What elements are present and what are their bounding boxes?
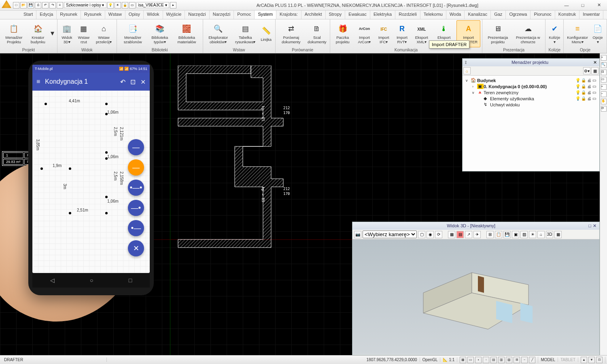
pm-close-icon[interactable]: ✕: [593, 60, 597, 65]
qat-new-icon[interactable]: □: [13, 2, 19, 8]
tab-rysunek2[interactable]: Rysunek: [81, 11, 105, 19]
phone-focus-icon[interactable]: ⊡: [130, 78, 136, 86]
phone-fab-close[interactable]: ✕: [128, 240, 144, 256]
sb-scale[interactable]: 📐 1:1: [440, 358, 457, 362]
btn-scal-dokumenty[interactable]: 🗎Scal dokumenty: [306, 20, 328, 47]
tab-system[interactable]: System: [255, 11, 276, 19]
tab-telekom[interactable]: Telekomu: [420, 11, 446, 19]
v3d-tb12[interactable]: ▨: [520, 231, 528, 238]
phone-bt-icon[interactable]: ⨯: [140, 78, 146, 86]
btn-import-arcon[interactable]: ArConImport ArCon▾: [354, 20, 375, 47]
close-button[interactable]: ✕: [591, 0, 607, 10]
btn-opcje[interactable]: 📄Opcje ▾: [590, 20, 605, 47]
btn-eksport-xml[interactable]: XMLEksport XML▾: [412, 20, 431, 47]
v3d-tb5[interactable]: ▤: [456, 231, 464, 238]
pm-filter-icon[interactable]: ⚙▾: [583, 67, 590, 74]
btn-konfigurator-menu[interactable]: ≡Konfigurator Menu▾: [565, 20, 590, 47]
btn-linijka[interactable]: 📏Linijka: [259, 20, 274, 47]
rt-plus-icon[interactable]: +: [601, 55, 607, 61]
qat-layer-combo[interactable]: isa_V9EA3CE ▾: [136, 2, 169, 8]
v3d-tb9[interactable]: 📋: [495, 231, 502, 238]
btn-biblioteka-materialow[interactable]: 🧱Biblioteka materiałów: [172, 20, 201, 47]
tab-edycja[interactable]: Edycja: [36, 11, 57, 19]
v3d-tb13[interactable]: ☀: [529, 231, 536, 238]
v3d-tb2[interactable]: ◉: [427, 231, 434, 238]
sb-mode[interactable]: MODEL: [538, 358, 558, 362]
btn-biblioteka-typow[interactable]: 📚Biblioteka typów▾: [148, 20, 172, 47]
tab-narzedzi2[interactable]: Narzędzi: [210, 11, 234, 19]
v3d-close-icon[interactable]: ✕: [591, 223, 598, 229]
qat-saveall-icon[interactable]: ⎙: [35, 2, 41, 8]
v3d-max-icon[interactable]: □: [588, 223, 591, 229]
tab-kanalizac[interactable]: Kanalizac: [465, 11, 491, 19]
phone-fab-3[interactable]: •—•: [128, 180, 144, 196]
qat-save-icon[interactable]: 💾: [28, 2, 34, 8]
qat-layers-icon[interactable]: ≡: [57, 2, 63, 8]
sb-t1[interactable]: ▦: [460, 357, 466, 363]
phone-undo-icon[interactable]: ↶: [120, 78, 125, 86]
btn-widok-3d[interactable]: 🏢Widok 3D▾: [59, 20, 75, 47]
tab-narzedzi1[interactable]: Narzędzi: [185, 11, 209, 19]
v3d-titlebar[interactable]: Widok 3D - [Nieaktywny]□✕: [352, 222, 599, 230]
tab-gaz[interactable]: Gaz: [491, 11, 506, 19]
btn-tabelka-rysunkowa[interactable]: ▤Tabelka rysunkowa▾: [233, 20, 258, 47]
pm-grid-icon[interactable]: ▦: [591, 67, 599, 74]
phone-fab-4[interactable]: —•: [128, 200, 144, 216]
rt-zoom-icon[interactable]: 🔍: [601, 62, 607, 68]
tab-pomoc[interactable]: Pomoc: [234, 11, 255, 19]
btn-kreator-budynku[interactable]: 🏠Kreator budynku: [27, 20, 49, 47]
qat-open-icon[interactable]: 📂: [20, 2, 27, 8]
rt-zoomin-icon[interactable]: +: [601, 84, 607, 90]
sb-t9[interactable]: −: [521, 357, 528, 363]
btn-import-rvt[interactable]: RImport RVT▾: [393, 20, 411, 47]
v3d-tb10[interactable]: 💾: [503, 231, 511, 238]
v3d-tb15[interactable]: 3D: [546, 231, 553, 238]
btn-menadzer-szablonow[interactable]: 📑Menadżer szablonów: [119, 20, 147, 47]
tab-ogrzewa[interactable]: Ogrzewa: [506, 11, 531, 19]
btn-kolizje[interactable]: ✔Kolizje ▾: [547, 20, 562, 47]
minimize-button[interactable]: —: [558, 0, 575, 10]
rt-zoomout-icon[interactable]: −: [601, 91, 607, 97]
sb-tablet[interactable]: TABLET: [558, 358, 578, 362]
phone-home-icon[interactable]: ○: [90, 277, 93, 284]
sb-t3[interactable]: ▪: [475, 357, 482, 363]
v3d-tb4[interactable]: ▦: [448, 231, 455, 238]
qat-more-icon[interactable]: ▸: [170, 2, 176, 8]
tab-opisy[interactable]: Opisy: [125, 11, 144, 19]
sb-t4[interactable]: ▫: [483, 357, 489, 363]
tree-teren[interactable]: v🔺Teren zewnętrzny💡 🔒 🖨 ▭: [466, 89, 596, 95]
tab-widok[interactable]: Widok: [144, 11, 163, 19]
phone-fab-5[interactable]: •—: [128, 220, 144, 236]
tab-woda[interactable]: Woda: [446, 11, 465, 19]
tab-rysunek1[interactable]: Rysunek: [57, 11, 81, 19]
qat-sun-icon[interactable]: ☀: [115, 2, 121, 8]
v3d-scene[interactable]: [352, 239, 599, 354]
v3d-camera-select[interactable]: <Wybierz kamerę>: [363, 231, 417, 238]
phone-fab-1[interactable]: —: [128, 139, 144, 155]
tree-elementy[interactable]: ◆Elementy użytkownika💡 🔒 🖨 ▭: [466, 95, 596, 102]
qat-undo-icon[interactable]: ↶: [42, 2, 49, 8]
sb-t10[interactable]: ╱: [529, 357, 535, 363]
tab-inwentar[interactable]: Inwentar: [579, 11, 603, 19]
v3d-tb14[interactable]: ⌂: [537, 231, 545, 238]
tab-start[interactable]: Start: [20, 11, 36, 19]
sb-t5[interactable]: ▤: [490, 357, 497, 363]
tree-kondygnacja[interactable]: ›▣0. Kondygnacja 0 (±0.00=0.00)💡 🔒 🖨 ▭: [466, 83, 596, 89]
sb-render[interactable]: OpenGL: [420, 358, 441, 362]
btn-porownaj-dokumenty[interactable]: ⇄Porównaj dokumenty: [277, 20, 305, 47]
phone-fab-2[interactable]: —: [128, 159, 144, 176]
sb-t2[interactable]: ▭: [467, 357, 474, 363]
btn-import-ifc[interactable]: IFCImport IFC▾: [375, 20, 392, 47]
tab-rozdziel[interactable]: Rozdzieli: [395, 11, 420, 19]
btn-wstaw-przekroj[interactable]: ⌂Wstaw przekrój▾: [93, 20, 115, 47]
v3d-tb11[interactable]: ▣: [512, 231, 519, 238]
btn-prezentacja-chmura[interactable]: ☁Prezentacja w chmurze: [512, 20, 543, 47]
qat-rect-icon[interactable]: ▭: [129, 2, 136, 8]
sb-e2[interactable]: ▼: [588, 357, 595, 363]
tab-wyjscie[interactable]: Wyjście: [163, 11, 185, 19]
rt-pan-icon[interactable]: ✋: [601, 99, 607, 104]
v3d-tb7[interactable]: ✈: [473, 231, 481, 238]
sb-e1[interactable]: ▲: [581, 357, 587, 363]
qat-redo-icon[interactable]: ↷: [49, 2, 56, 8]
v3d-tb1[interactable]: ▢: [418, 231, 425, 238]
